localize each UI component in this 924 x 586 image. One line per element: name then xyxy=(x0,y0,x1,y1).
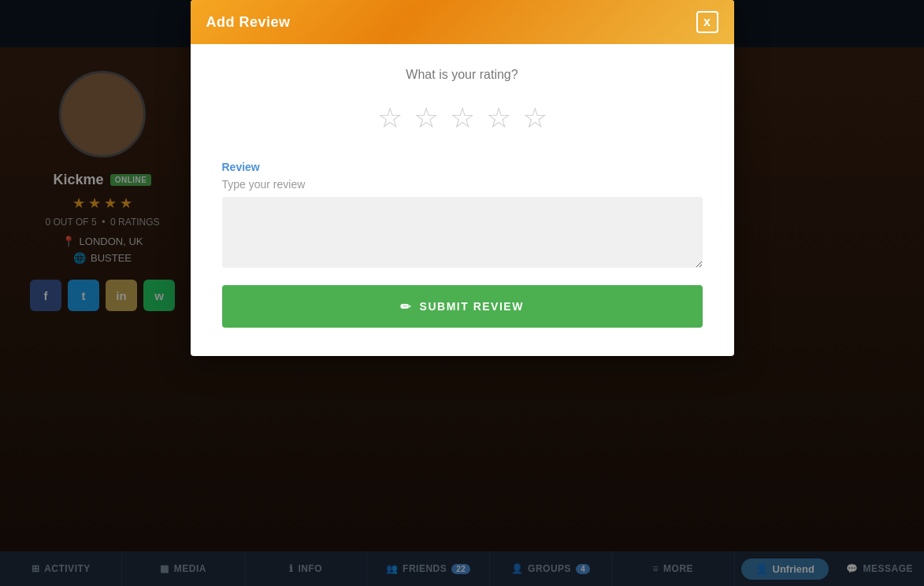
add-review-modal: Add Review x What is your rating? ☆ ☆ ☆ … xyxy=(191,0,734,356)
modal-close-button[interactable]: x xyxy=(696,11,718,33)
modal-body: What is your rating? ☆ ☆ ☆ ☆ ☆ Review Ty… xyxy=(191,44,734,356)
review-label: Review xyxy=(222,161,703,173)
submit-review-button[interactable]: ✏ SUBMIT REVIEW xyxy=(222,285,703,328)
rating-star-2[interactable]: ☆ xyxy=(414,104,439,132)
rating-question: What is your rating? xyxy=(222,68,703,82)
rating-star-3[interactable]: ☆ xyxy=(450,104,475,132)
submit-label: SUBMIT REVIEW xyxy=(420,300,524,313)
rating-star-1[interactable]: ☆ xyxy=(377,104,403,132)
review-placeholder-text: Type your review xyxy=(222,178,703,191)
modal-title: Add Review xyxy=(206,14,291,31)
rating-stars-row: ☆ ☆ ☆ ☆ ☆ xyxy=(222,104,703,132)
review-textarea[interactable] xyxy=(222,197,703,268)
modal-header: Add Review x xyxy=(191,0,734,44)
pencil-icon: ✏ xyxy=(400,299,412,314)
rating-star-4[interactable]: ☆ xyxy=(486,104,511,132)
rating-star-5[interactable]: ☆ xyxy=(522,104,547,132)
